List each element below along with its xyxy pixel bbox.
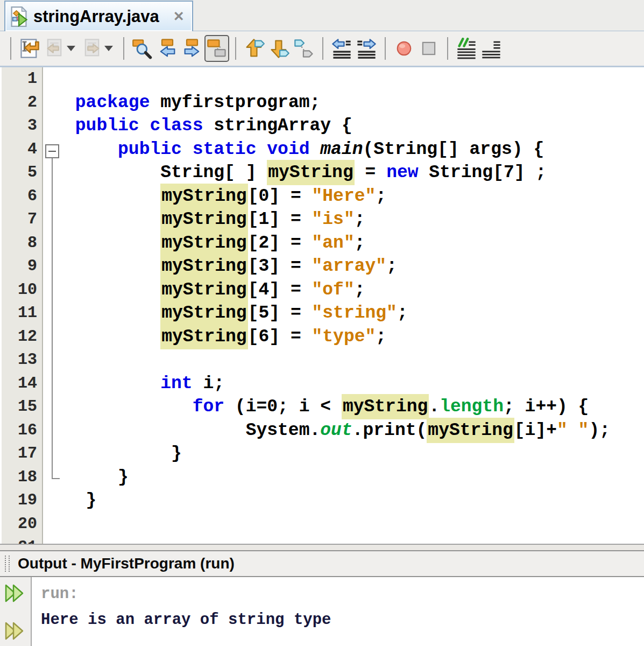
uncomment-button[interactable] bbox=[479, 35, 504, 62]
last-edit-position-button[interactable] bbox=[17, 35, 42, 62]
shift-line-right-button[interactable] bbox=[354, 35, 379, 62]
line-number: 18 bbox=[2, 466, 42, 489]
start-macro-recording-button[interactable] bbox=[392, 35, 416, 62]
stop-macro-recording-button[interactable] bbox=[416, 35, 441, 62]
netbeans-editor-window: stringArray.java ✕ 123456789101112131415… bbox=[0, 0, 644, 646]
output-panel-header[interactable]: Output - MyFirstProgram (run) bbox=[0, 550, 644, 577]
code-token: "is" bbox=[312, 209, 355, 229]
rerun-green-icon bbox=[3, 582, 28, 604]
code-line[interactable]: } bbox=[65, 489, 610, 512]
code-token: [6] = bbox=[248, 327, 312, 347]
code-token: "array" bbox=[312, 256, 387, 276]
code-line[interactable]: String[ ] myString = new String[7] ; bbox=[65, 161, 610, 185]
output-panel-body: run:Here is an array of string type bbox=[0, 577, 644, 646]
fold-collapse-icon[interactable] bbox=[45, 144, 59, 158]
line-number: 11 bbox=[2, 301, 42, 325]
record-icon bbox=[393, 38, 415, 59]
code-token: System. bbox=[65, 420, 320, 440]
code-line[interactable]: } bbox=[65, 442, 610, 466]
bookmark-prev-icon bbox=[244, 38, 265, 59]
find-selection-button[interactable] bbox=[130, 35, 155, 62]
output-action-sidebar bbox=[0, 577, 32, 646]
rerun-button[interactable] bbox=[3, 582, 28, 604]
code-line[interactable]: myString[3] = "array"; bbox=[65, 255, 610, 278]
code-line[interactable] bbox=[65, 67, 610, 91]
panel-grip-icon[interactable] bbox=[5, 556, 10, 572]
code-token bbox=[310, 139, 321, 159]
toggle-highlight-icon bbox=[206, 38, 228, 59]
previous-bookmark-button[interactable] bbox=[242, 35, 267, 62]
toggle-highlight-search-button[interactable] bbox=[204, 35, 229, 62]
back-dropdown-caret-icon[interactable] bbox=[67, 46, 75, 51]
code-line[interactable]: myString[2] = "an"; bbox=[65, 231, 610, 255]
find-next-occurrence-button[interactable] bbox=[180, 35, 204, 62]
code-line[interactable] bbox=[65, 348, 610, 372]
code-line[interactable]: myString[1] = "is"; bbox=[65, 208, 610, 231]
back-button[interactable] bbox=[42, 35, 67, 62]
code-token bbox=[65, 93, 75, 113]
code-token: length bbox=[440, 397, 504, 417]
code-line[interactable]: package myfirstprogram; bbox=[65, 91, 610, 115]
code-line[interactable]: myString[5] = "string"; bbox=[65, 301, 610, 325]
code-token: } bbox=[65, 444, 182, 464]
highlighted-occurrence: myString bbox=[427, 418, 514, 443]
code-line[interactable]: int i; bbox=[65, 372, 610, 396]
code-token bbox=[65, 374, 160, 394]
find-previous-occurrence-button[interactable] bbox=[155, 35, 180, 62]
code-token: (i=0; i < bbox=[224, 397, 342, 417]
line-number: 2 bbox=[2, 91, 42, 115]
highlighted-occurrence: myString bbox=[160, 207, 247, 232]
toolbar-separator bbox=[10, 37, 11, 60]
toggle-bookmark-button[interactable] bbox=[292, 35, 316, 62]
tab-close-icon[interactable]: ✕ bbox=[173, 9, 185, 24]
stop-icon bbox=[418, 38, 440, 59]
fold-guide-line bbox=[52, 158, 53, 479]
forward-dropdown-caret-icon[interactable] bbox=[104, 46, 113, 51]
output-line: run: bbox=[41, 581, 331, 607]
code-token: " " bbox=[557, 420, 589, 440]
comment-button[interactable] bbox=[454, 35, 479, 62]
code-token: int bbox=[160, 374, 192, 394]
code-line[interactable]: for (i=0; i < myString.length; i++) { bbox=[65, 395, 610, 419]
code-line[interactable]: } bbox=[65, 466, 610, 489]
shift-line-left-button[interactable] bbox=[329, 35, 354, 62]
code-line[interactable]: myString[0] = "Here"; bbox=[65, 185, 610, 208]
line-number: 14 bbox=[2, 372, 42, 396]
code-line[interactable]: public class stringArray { bbox=[65, 114, 610, 138]
forward-button[interactable] bbox=[80, 35, 104, 62]
find-selection-icon bbox=[132, 38, 153, 59]
code-token: } bbox=[65, 467, 129, 487]
line-number: 12 bbox=[2, 325, 42, 349]
uncomment-icon bbox=[480, 38, 502, 59]
code-line[interactable]: System.out.print(myString[i]+" "); bbox=[65, 419, 610, 443]
tab-stringarray-java[interactable]: stringArray.java ✕ bbox=[4, 1, 193, 31]
back-icon bbox=[44, 38, 65, 59]
code-line[interactable] bbox=[65, 536, 610, 544]
editor-tab-bar: stringArray.java ✕ bbox=[0, 0, 644, 31]
code-line[interactable] bbox=[65, 512, 610, 536]
code-token: [1] = bbox=[248, 209, 312, 229]
code-token bbox=[65, 139, 118, 159]
code-token bbox=[65, 116, 75, 136]
output-text[interactable]: run:Here is an array of string type bbox=[41, 581, 331, 633]
highlighted-occurrence: myString bbox=[342, 394, 429, 419]
code-line[interactable]: myString[6] = "type"; bbox=[65, 325, 610, 349]
code-line[interactable]: myString[4] = "of"; bbox=[65, 278, 610, 302]
editor-output-splitter[interactable] bbox=[0, 544, 644, 550]
rerun-with-options-button[interactable] bbox=[3, 620, 28, 642]
code-editor[interactable]: 123456789101112131415161718192021 packag… bbox=[0, 67, 644, 544]
code-token: ; bbox=[386, 256, 397, 276]
code-token: ; i++) { bbox=[504, 397, 589, 417]
code-token: main bbox=[320, 139, 363, 159]
output-panel-title: Output - MyFirstProgram (run) bbox=[18, 555, 235, 572]
code-token: out bbox=[320, 420, 352, 440]
code-token: ; bbox=[376, 327, 386, 347]
next-bookmark-button[interactable] bbox=[267, 35, 292, 62]
code-line[interactable]: public static void main(String[] args) { bbox=[65, 138, 610, 162]
line-number: 6 bbox=[2, 185, 42, 208]
code-token: String[ ] bbox=[65, 163, 267, 182]
code-area[interactable]: package myfirstprogram; public class str… bbox=[65, 67, 610, 544]
toolbar-separator bbox=[322, 37, 323, 60]
code-token: for bbox=[193, 397, 224, 417]
bookmark-next-icon bbox=[268, 38, 290, 59]
